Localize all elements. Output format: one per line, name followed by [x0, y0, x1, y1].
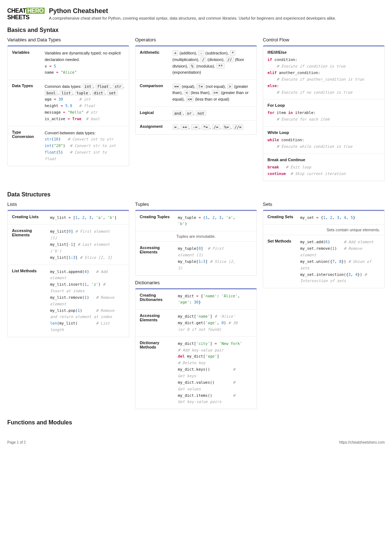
card-operators: Arithmetic + (addition), - (subtraction)… [135, 45, 257, 134]
row-label: Variables [12, 50, 41, 76]
code-set-create: my_set = {1, 2, 3, 4, 5} [300, 215, 380, 221]
code-ifelse: if condition: # Execute if condition is … [268, 57, 380, 95]
code-list-methods: my_list.append(4) # Add element my_list.… [50, 269, 124, 333]
row-content: Common data types: int, float, str, bool… [45, 83, 124, 122]
code-dict-create: my_dict = {'name': 'Alice', 'age': 30} [178, 293, 252, 306]
row-label: Arithmetic [140, 50, 169, 76]
code-dict-methods: my_dict['city'] = 'New York' # Add key-v… [178, 341, 252, 405]
row-label: Creating Lists [12, 215, 46, 221]
row-label: Accessing Elements [140, 313, 174, 333]
sets-title: Sets [263, 201, 385, 207]
row-content: =, +=, -=, *=, /=, %=, //= [172, 124, 252, 131]
row-content: == (equal), != (not equal), > (greater t… [172, 83, 252, 103]
row-label: Accessing Elements [12, 228, 46, 261]
row-label: Assignment [140, 124, 169, 131]
block-title: Break and Continue [268, 158, 380, 162]
row-label: Comparison [140, 83, 169, 103]
card-dicts: Creating Dictionaries my_dict = {'name':… [135, 288, 257, 410]
code-typeconv: str(10) # Convert int to str int("20") #… [45, 136, 124, 162]
card-variables: Variables Variables are dynamically type… [7, 45, 129, 166]
row-label: Creating Dictionaries [140, 293, 174, 306]
code-dict-access: my_dict['name'] # 'Alice' my_dict.get('a… [178, 313, 252, 333]
logo-hero: HERO [26, 8, 44, 14]
logo-sheets: SHEETS [7, 14, 45, 21]
page-header: CHEATHERO SHEETS Python Cheatsheet A com… [7, 7, 385, 21]
row-label: Logical [140, 110, 169, 117]
row-content: + (addition), - (subtraction), * (multip… [172, 50, 252, 76]
code-while: while condition: # Execute while conditi… [268, 137, 380, 150]
row-content: and, or, not [172, 110, 252, 117]
ops-title: Operators [135, 37, 257, 42]
col-variables: Variables and Data Types Variables Varia… [7, 37, 129, 170]
footer-link[interactable]: https://cheatsheetshero.com [339, 440, 385, 444]
code-datatypes: age = 30 # int height = 5.9 # float mess… [45, 96, 124, 122]
card-controlflow: If/Elif/Else if condition: # Execute if … [263, 45, 385, 181]
dicts-title: Dictionaries [135, 280, 257, 285]
vars-title: Variables and Data Types [7, 37, 129, 42]
block-title: For Loop [268, 103, 380, 107]
col-tuples-dicts: Tuples Creating Tuples my_tuple = (1, 2,… [135, 201, 257, 414]
row-label: List Methods [12, 269, 46, 333]
page-subtitle: A comprehensive cheat sheet for Python, … [49, 16, 336, 21]
tuples-title: Tuples [135, 201, 257, 207]
row-label: Dictionary Methods [140, 341, 174, 405]
row-label: Creating Sets [268, 215, 297, 221]
row-label: Set Methods [268, 239, 297, 284]
tuple-note: Tuples are immutable. [135, 231, 257, 242]
card-sets: Creating Sets my_set = {1, 2, 3, 4, 5} S… [263, 210, 385, 289]
block-title: While Loop [268, 130, 380, 135]
logo: CHEATHERO SHEETS [7, 7, 45, 21]
row-content: Convert between data types: str(10) # Co… [45, 130, 124, 162]
code-break: break # Exit loop continue # Skip curren… [268, 164, 380, 177]
logo-cheat: CHEAT [7, 8, 26, 14]
code-tuple-access: my_tuple[0] # First element (1) my_tuple… [178, 245, 252, 271]
page-indicator: Page 1 of 2 [7, 440, 26, 444]
set-note: Sets contain unique elements. [263, 225, 384, 235]
section-funcs-title: Functions and Modules [7, 419, 385, 426]
code-vars: x = 5 name = "Alice" [45, 63, 124, 76]
page-footer: Page 1 of 2 https://cheatsheetshero.com [7, 440, 385, 444]
code-list-create: my_list = [1, 2, 3, 'a', 'b'] [50, 215, 124, 221]
col-lists: Lists Creating Lists my_list = [1, 2, 3,… [7, 201, 129, 342]
code-set-methods: my_set.add(6) # Add element my_set.remov… [300, 239, 380, 284]
card-lists: Creating Lists my_list = [1, 2, 3, 'a', … [7, 210, 129, 338]
row-content: Variables are dynamically typed; no expl… [45, 50, 124, 76]
header-text: Python Cheatsheet A comprehensive cheat … [49, 7, 336, 21]
code-for: for item in iterable: # Execute for each… [268, 110, 380, 123]
section-basics-title: Basics and Syntax [7, 27, 385, 33]
lists-title: Lists [7, 201, 129, 207]
section-datastructs-title: Data Structures [7, 191, 385, 198]
code-tuple-create: my_tuple = (1, 2, 3, 'a', 'b') [178, 215, 252, 228]
card-tuples: Creating Tuples my_tuple = (1, 2, 3, 'a'… [135, 210, 257, 276]
block-title: If/Elif/Else [268, 50, 380, 54]
col-operators: Operators Arithmetic + (addition), - (su… [135, 37, 257, 139]
col-sets: Sets Creating Sets my_set = {1, 2, 3, 4,… [263, 201, 385, 293]
ctrl-title: Control Flow [263, 37, 385, 42]
row-label: Accessing Elements [140, 245, 174, 271]
page-title: Python Cheatsheet [49, 7, 336, 15]
row-label: Type Conversion [12, 130, 41, 162]
row-label: Creating Tuples [140, 215, 174, 228]
col-controlflow: Control Flow If/Elif/Else if condition: … [263, 37, 385, 185]
code-list-access: my_list[0] # First element (1) my_list[-… [50, 228, 124, 261]
row-label: Data Types [12, 83, 41, 122]
